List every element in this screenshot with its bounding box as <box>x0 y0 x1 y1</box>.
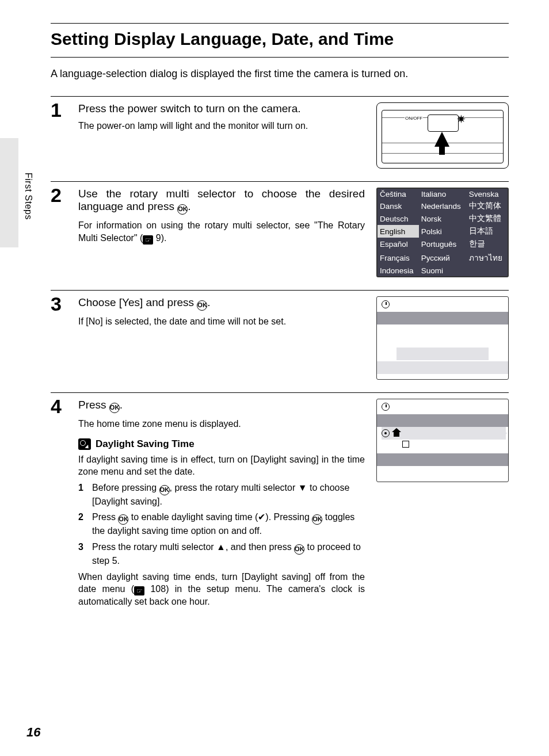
ok-icon: OK <box>312 514 322 525</box>
step-1: 1 Press the power switch to turn on the … <box>51 96 509 169</box>
language-option: Español <box>378 238 419 250</box>
step-number: 2 <box>51 185 67 205</box>
step-desc: For information on using the rotary mult… <box>78 219 365 245</box>
home-icon <box>392 429 402 438</box>
clock-icon <box>382 300 390 308</box>
step-desc: The home time zone menu is displayed. <box>78 418 365 430</box>
language-option: Deutsch <box>378 212 419 225</box>
chevron-right-icon <box>500 427 507 440</box>
reference-icon: ☞ <box>134 586 144 595</box>
step-4: 4 Press OK. The home time zone menu is d… <box>51 392 509 610</box>
power-switch-icon <box>428 114 459 132</box>
language-option <box>467 265 508 276</box>
language-option: Norsk <box>419 212 467 225</box>
step-desc: The power-on lamp will light and the mon… <box>78 120 365 132</box>
step-title: Choose [Yes] and press OK. <box>78 296 365 311</box>
ok-icon: OK <box>109 403 120 413</box>
language-option: Indonesia <box>378 265 419 276</box>
step-3: 3 Choose [Yes] and press OK. If [No] is … <box>51 290 509 380</box>
page-title: Setting Display Language, Date, and Time <box>51 26 509 58</box>
language-menu: ČeštinaItalianoSvenskaDanskNederlands中文简… <box>376 188 509 277</box>
camera-illustration: ON/OFF <box>376 102 509 169</box>
language-option: Suomi <box>419 265 467 276</box>
step-title: Press the power switch to turn on the ca… <box>78 102 365 115</box>
top-rule <box>51 23 509 24</box>
language-option: Svenska <box>467 189 508 200</box>
language-option: Polski <box>419 225 467 238</box>
onoff-label: ON/OFF <box>405 116 423 121</box>
step-title: Press OK. <box>78 399 365 413</box>
ok-icon: OK <box>294 544 304 555</box>
target-icon <box>382 429 390 437</box>
intro-text: A language-selection dialog is displayed… <box>51 68 509 80</box>
dst-intro: If daylight saving time is in effect, tu… <box>78 453 365 478</box>
date-prompt-screen <box>376 296 509 380</box>
language-option: Italiano <box>419 189 467 200</box>
language-option: 한글 <box>467 238 508 250</box>
language-option: 中文繁體 <box>467 212 508 225</box>
step-title: Use the rotary multi selector to choose … <box>78 188 365 215</box>
reference-icon: ☞ <box>143 235 153 245</box>
step-number: 4 <box>51 396 67 416</box>
language-option: 日本語 <box>467 225 508 238</box>
dst-sublist: 1 Before pressing OK, press the rotary m… <box>78 482 365 567</box>
language-option: Português <box>419 238 467 250</box>
step-desc: If [No] is selected, the date and time w… <box>78 315 365 328</box>
checkbox-icon <box>402 441 409 448</box>
language-option: English <box>378 225 419 238</box>
ok-icon: OK <box>118 514 128 525</box>
dst-outro: When daylight saving time ends, turn [Da… <box>78 571 365 608</box>
language-option: Nederlands <box>419 200 467 212</box>
ok-icon: OK <box>159 485 170 495</box>
language-option: Русский <box>419 250 467 265</box>
step-number: 1 <box>51 100 67 120</box>
lamp-icon <box>458 114 467 124</box>
dst-icon <box>78 438 91 450</box>
clock-icon <box>382 403 390 411</box>
dst-heading: Daylight Saving Time <box>78 438 365 450</box>
language-option: Dansk <box>378 200 419 212</box>
timezone-screen <box>376 399 509 482</box>
language-option: Čeština <box>378 189 419 200</box>
ok-icon: OK <box>177 204 188 215</box>
ok-icon: OK <box>197 300 207 311</box>
language-option: ภาษาไทย <box>467 250 508 265</box>
language-option: 中文简体 <box>467 200 508 212</box>
language-option: Français <box>378 250 419 265</box>
step-2: 2 Use the rotary multi selector to choos… <box>51 181 509 277</box>
page: Setting Display Language, Date, and Time… <box>0 0 549 646</box>
step-number: 3 <box>51 294 67 314</box>
page-number: 16 <box>26 725 40 740</box>
